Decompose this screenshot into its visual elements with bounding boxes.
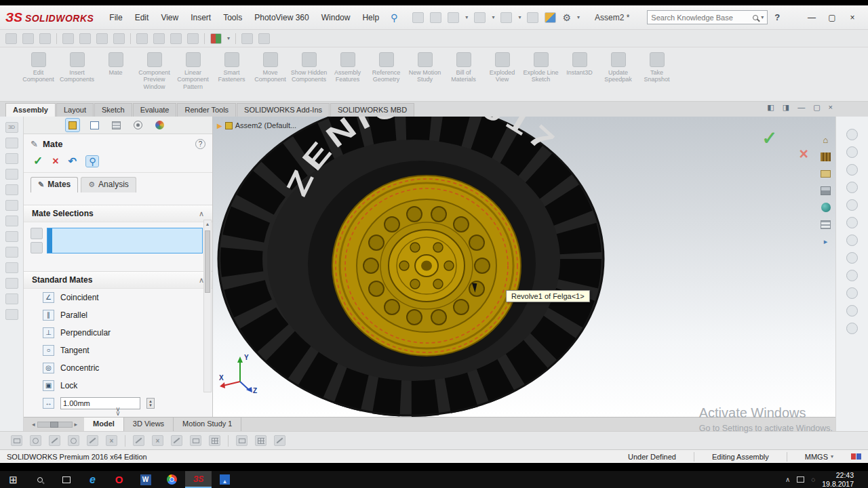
knowledge-base-search[interactable]: ▾ (647, 10, 768, 24)
distance-spinner[interactable]: ▲▼ (146, 398, 155, 409)
ribbon-button-edit-component[interactable]: Edit Component (19, 47, 58, 83)
undo-button[interactable]: ↶ (68, 155, 77, 167)
assembly-visualization-icon[interactable] (210, 33, 222, 44)
ribbon-button-component-preview[interactable]: Component Preview Window (135, 47, 174, 90)
rebuild-icon[interactable] (545, 12, 556, 23)
menu-view[interactable]: View (155, 9, 184, 26)
undo-dropdown-icon[interactable]: ▾ (518, 14, 521, 20)
splitter-handle[interactable] (50, 422, 58, 428)
right-toolbar-icon[interactable] (846, 217, 858, 228)
splitter-right-icon[interactable]: ▸ (75, 421, 78, 428)
mate-option-lock[interactable]: ▣ Lock (24, 377, 212, 394)
help-button[interactable]: ? (768, 12, 787, 22)
ribbon-button-linear-pattern[interactable]: Linear Component Pattern (174, 47, 212, 90)
toolbar-icon[interactable] (96, 33, 108, 44)
right-toolbar-icon[interactable] (846, 287, 858, 299)
ribbon-button-smart-fasteners[interactable]: Smart Fasteners (212, 47, 251, 83)
ribbon-button-move-component[interactable]: Move Component (251, 47, 290, 83)
trim-tool-icon[interactable] (133, 435, 144, 446)
right-toolbar-icon[interactable] (846, 323, 858, 334)
tray-icon[interactable] (797, 476, 804, 483)
left-toolbar-icon[interactable] (5, 169, 18, 180)
ribbon-button-show-hidden[interactable]: Show Hidden Components (290, 47, 328, 83)
open-document-icon[interactable] (430, 12, 441, 23)
splitter-track[interactable] (37, 422, 73, 428)
word-taskbar-button[interactable]: W (132, 471, 159, 488)
mate-option-tangent[interactable]: ○ Tangent (24, 342, 212, 359)
breadcrumb-arrow-icon[interactable]: ▶ (217, 122, 222, 129)
left-toolbar-icon[interactable] (5, 138, 18, 148)
entities-to-mate-icon[interactable] (31, 228, 43, 239)
tray-icon[interactable]: ◌ (811, 476, 815, 483)
ribbon-button-exploded-view[interactable]: Exploded View (483, 47, 521, 83)
file-explorer-icon[interactable] (819, 167, 832, 180)
right-toolbar-icon[interactable] (846, 235, 858, 246)
mate-selection-input[interactable] (47, 228, 203, 253)
doc-restore-icon[interactable]: ▢ (813, 103, 820, 112)
right-toolbar-icon[interactable] (846, 305, 858, 317)
ribbon-button-instant3d[interactable]: Instant3D (560, 47, 599, 76)
left-toolbar-icon[interactable] (5, 231, 18, 242)
wheel-model[interactable]: ZENICA 2017 (213, 117, 835, 417)
breadcrumb[interactable]: ▶ Assem2 (Default... (217, 121, 296, 129)
distance-value-input[interactable] (60, 397, 140, 409)
minimize-button[interactable]: — (802, 10, 822, 25)
dimension-tool-icon[interactable] (236, 435, 248, 446)
ribbon-button-assembly-features[interactable]: Assembly Features (328, 47, 367, 83)
solidworks-taskbar-button[interactable]: ЗS (185, 471, 212, 488)
toolbar-icon[interactable] (39, 33, 51, 44)
toolbar-icon[interactable] (241, 33, 253, 44)
left-toolbar-icon[interactable] (5, 153, 18, 164)
ribbon-button-bill-of-materials[interactable]: Bill of Materials (444, 47, 483, 83)
options-dropdown-icon[interactable]: ▾ (577, 14, 580, 20)
photos-taskbar-button[interactable]: ▲ (212, 471, 238, 488)
sketch-icon[interactable] (11, 435, 22, 446)
tab-solidworks-addins[interactable]: SOLIDWORKS Add-Ins (237, 103, 330, 117)
convert-entities-icon[interactable]: × (152, 435, 163, 446)
close-button[interactable]: × (842, 10, 863, 25)
keep-visible-pin-button[interactable]: ⚲ (86, 156, 98, 167)
toolbar-icon[interactable] (136, 33, 148, 44)
search-dropdown-icon[interactable]: ▾ (761, 14, 764, 20)
tab-displaymanager[interactable] (153, 119, 166, 131)
tab-layout[interactable]: Layout (56, 103, 94, 117)
tab-motion-study-1[interactable]: Motion Study 1 (174, 418, 241, 431)
mate-option-coincident[interactable]: ∠ Coincident (24, 289, 212, 306)
tab-analysis[interactable]: ⚙ Analysis (81, 177, 136, 192)
new-document-icon[interactable] (412, 12, 424, 23)
tab-model[interactable]: Model (84, 418, 124, 431)
confirm-ok-icon[interactable]: ✓ (762, 127, 777, 149)
menubar-pin-icon[interactable]: ⚲ (385, 12, 403, 23)
task-view-button[interactable] (53, 471, 79, 488)
menu-window[interactable]: Window (315, 9, 357, 26)
toolbar-icon[interactable] (79, 33, 91, 44)
doc-minimize-icon[interactable]: — (797, 103, 805, 112)
ribbon-button-explode-line-sketch[interactable]: Explode Line Sketch (521, 47, 560, 83)
right-toolbar-icon[interactable] (846, 182, 858, 193)
pane-right-icon[interactable]: ◨ (783, 103, 789, 112)
right-toolbar-icon[interactable] (846, 164, 858, 176)
left-toolbar-icon-3d[interactable]: 3D (5, 122, 18, 133)
grid-tool-icon[interactable] (255, 435, 267, 446)
tab-assembly[interactable]: Assembly (5, 103, 56, 117)
confirm-cancel-icon[interactable]: × (800, 145, 808, 163)
scrollbar-thumb[interactable] (205, 230, 210, 293)
multiple-mate-mode-icon[interactable] (31, 242, 43, 253)
opera-taskbar-button[interactable]: O (106, 471, 132, 488)
tab-3d-views[interactable]: 3D Views (124, 418, 174, 431)
status-icon[interactable] (851, 453, 861, 460)
panel-expand-chevron[interactable]: ∨ ∨ (115, 407, 120, 415)
ribbon-button-mate[interactable]: Mate (96, 47, 135, 76)
ellipse-tool-icon[interactable] (68, 435, 79, 446)
left-toolbar-icon[interactable] (5, 200, 18, 211)
mate-option-concentric[interactable]: ◎ Concentric (24, 359, 212, 377)
point-tool-icon[interactable]: × (106, 435, 117, 446)
right-toolbar-icon[interactable] (846, 129, 858, 140)
tab-propertymanager[interactable] (87, 119, 101, 131)
custom-properties-icon[interactable] (819, 218, 832, 230)
left-toolbar-icon[interactable] (5, 262, 18, 273)
tab-configurationmanager[interactable] (109, 119, 123, 131)
standard-mates-header[interactable]: Standard Mates ∧ (24, 271, 212, 289)
toolbar-dropdown-icon[interactable]: ▾ (227, 35, 230, 41)
right-toolbar-icon[interactable] (846, 146, 858, 158)
